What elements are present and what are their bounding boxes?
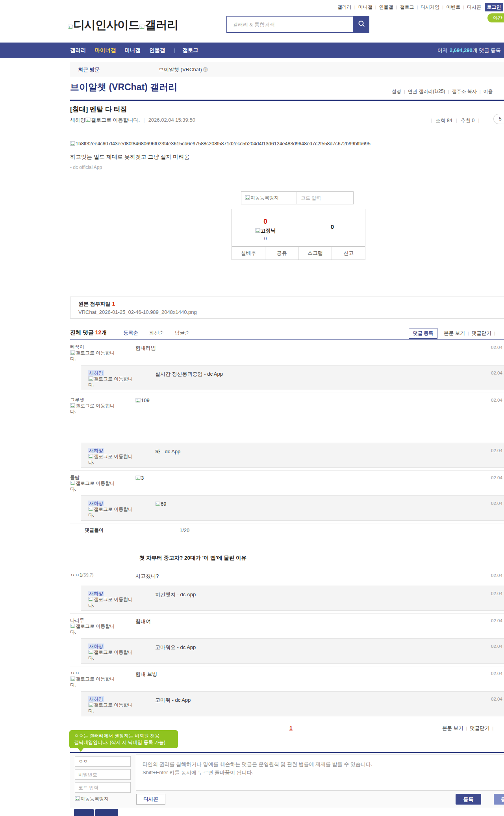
comment-reply-row: 새하양갤로그로 이동합니다.6902.04 1 bbox=[70, 493, 504, 523]
gallog-link[interactable]: 갤로그로 이동합니다. bbox=[70, 480, 117, 492]
gallery-title[interactable]: 브이알챗 (VRChat) 갤러리 bbox=[70, 81, 177, 93]
broken-image-icon bbox=[88, 454, 94, 459]
comment-author[interactable]: 삐꾹이 bbox=[70, 344, 84, 350]
search-input[interactable] bbox=[227, 17, 353, 32]
gallery-header-link[interactable]: 갤주소 복사 bbox=[452, 89, 476, 94]
gnb-item-3[interactable]: 인물갤 bbox=[149, 47, 165, 53]
gallog-link[interactable]: 갤로그로 이동합니다. bbox=[70, 403, 117, 415]
comment-sort-1[interactable]: 최신순 bbox=[149, 330, 164, 336]
comment-textarea[interactable]: 타인의 권리를 침해하거나 명예를 훼손하는 댓글은 운영원칙 및 관련 법률에… bbox=[136, 755, 504, 791]
footer-button-fragment[interactable] bbox=[74, 809, 94, 816]
view-post-link[interactable]: 본문 보기 bbox=[442, 725, 463, 731]
comment-count-bubble[interactable]: 5 bbox=[493, 114, 504, 124]
recent-gallery-link[interactable]: 브이알챗 (VRChat)ⓜ bbox=[159, 62, 208, 77]
comment-list: 삐꾹이갤로그로 이동합니다.힘내라빔02.04새하양갤로그로 이동합니다.실시간… bbox=[70, 340, 504, 719]
comment-page-number[interactable]: 1 bbox=[289, 725, 293, 731]
comment-author[interactable]: 롤탑 bbox=[70, 475, 80, 480]
comment-submit-button[interactable]: 등록 bbox=[456, 794, 481, 805]
gallery-header-link[interactable]: 설정 bbox=[392, 89, 401, 94]
upvote-count[interactable]: 0 bbox=[232, 218, 299, 226]
logo-text-main: 디시인사이드 bbox=[73, 19, 139, 31]
view-post-link[interactable]: 본문 보기 bbox=[444, 330, 465, 336]
login-button[interactable]: 로그인 bbox=[485, 3, 503, 11]
comment-sort-2[interactable]: 답글순 bbox=[175, 330, 190, 336]
fixed-nick-row: 고정닉 bbox=[232, 227, 299, 234]
post-action-button[interactable]: 스크랩 bbox=[298, 247, 332, 260]
gallog-link[interactable]: 갤로그로 이동합니다. bbox=[88, 649, 135, 661]
search-button[interactable] bbox=[354, 16, 369, 33]
logo-text-sub: 갤러리 bbox=[145, 19, 178, 31]
comments-total-suffix: 개 bbox=[101, 329, 107, 336]
gnb-item-0[interactable]: 갤러리 bbox=[70, 47, 86, 53]
comment-author[interactable]: 타리루 bbox=[70, 618, 84, 623]
gallog-link[interactable]: 갤로그로 이동합니다. bbox=[88, 702, 135, 714]
gallog-alt-text[interactable]: 갤로그로 이동합니다. bbox=[91, 117, 140, 123]
ad-headline[interactable]: 첫 차부터 중고차? 20대가 '이 앱'에 물린 이유 bbox=[139, 555, 504, 562]
comment-image-alt-text: 69 bbox=[161, 501, 166, 507]
topnav-link[interactable]: 이벤트 bbox=[446, 4, 460, 10]
site-logo[interactable]: 디시인사이드갤러리 bbox=[68, 17, 178, 33]
gallog-link[interactable]: 갤로그로 이동합니다. bbox=[88, 454, 135, 465]
reply-box: 새하양갤로그로 이동합니다.치긴햇지 - dc App bbox=[81, 586, 504, 611]
night-mode-button[interactable]: 야간 모드 bbox=[487, 13, 504, 22]
comment-author-block: 새하양갤로그로 이동합니다. bbox=[88, 370, 135, 388]
broken-image-icon bbox=[88, 506, 94, 512]
gallog-link[interactable]: 갤로그로 이동합니다. bbox=[88, 376, 135, 388]
reply-box: 새하양갤로그로 이동합니다.실시간 정신붕괴중임 - dc App bbox=[81, 365, 504, 390]
post-action-button[interactable]: 실베추 bbox=[232, 247, 265, 260]
post-action-button[interactable]: 신고 bbox=[332, 247, 365, 260]
gallog-link[interactable]: 갤로그로 이동합니다. bbox=[88, 506, 135, 518]
comment-register-button[interactable]: 댓글 등록 bbox=[409, 328, 437, 339]
recent-visit-label[interactable]: 최근 방문 bbox=[78, 62, 100, 77]
post-author[interactable]: 새하양 bbox=[70, 117, 85, 123]
attachment-filename[interactable]: VRChat_2026-01-25_02-46-10.989_2048x1440… bbox=[78, 309, 197, 315]
comment-author[interactable]: 새하양 bbox=[88, 370, 104, 376]
gallog-link[interactable]: 갤로그로 이동합니다. bbox=[88, 597, 135, 608]
broken-image-icon bbox=[88, 376, 94, 381]
topnav-link[interactable]: 디시콘 bbox=[467, 4, 481, 10]
gnb-item-4[interactable]: 갤로그 bbox=[182, 47, 198, 53]
comments-total-label: 전체 댓글 bbox=[70, 329, 94, 336]
gnb-item-1[interactable]: 마이너갤 bbox=[95, 47, 116, 53]
gallog-link[interactable]: 갤로그로 이동합니다. bbox=[70, 350, 117, 362]
topnav-link[interactable]: 갤러리 bbox=[337, 4, 352, 10]
view-count: 조회 84 bbox=[435, 118, 452, 123]
post-image-broken[interactable]: 1b8ff32ee4c607f43eed80f84680696f023f4e36… bbox=[70, 141, 503, 147]
close-comments-link[interactable]: 댓글닫기 bbox=[470, 725, 489, 731]
comment-author[interactable]: ㅇㅇ1 bbox=[70, 572, 82, 578]
code-input[interactable] bbox=[75, 782, 131, 793]
password-input[interactable] bbox=[75, 769, 131, 780]
footer-button-fragment[interactable] bbox=[95, 809, 118, 816]
comment-text: 힘내여 bbox=[135, 618, 428, 625]
comment-sort-0[interactable]: 등록순 bbox=[123, 330, 138, 336]
comment-row: 그루셋갤로그로 이동합니다.10902.04 bbox=[70, 393, 504, 440]
divider: | bbox=[442, 5, 443, 9]
comment-submit-button-secondary[interactable]: 등록 bbox=[494, 794, 504, 805]
comment-author[interactable]: 새하양 bbox=[88, 591, 104, 596]
post-action-buttons: 실베추공유스크랩신고 bbox=[232, 247, 365, 260]
topnav-link[interactable]: 미니갤 bbox=[358, 4, 372, 10]
gnb-item-2[interactable]: 미니갤 bbox=[125, 47, 141, 53]
gallery-header-link[interactable]: 연관 갤러리(1/25) bbox=[408, 89, 445, 94]
comment-author[interactable]: 새하양 bbox=[88, 644, 104, 649]
topnav-link[interactable]: 디시게임 bbox=[421, 4, 439, 10]
comment-author[interactable]: 댓글돌이 bbox=[85, 527, 104, 533]
comment-author[interactable]: ㅇㅇ bbox=[70, 670, 80, 676]
topnav-link[interactable]: 인물갤 bbox=[379, 4, 393, 10]
close-comments-link[interactable]: 댓글닫기 bbox=[472, 330, 491, 336]
downvote-count[interactable]: 0 bbox=[299, 223, 366, 230]
gallery-header-link[interactable]: 이용 bbox=[484, 89, 493, 94]
captcha-code-input[interactable] bbox=[296, 192, 353, 204]
comment-author[interactable]: 그루셋 bbox=[70, 397, 84, 402]
gallog-link[interactable]: 갤로그로 이동합니다. bbox=[70, 623, 117, 635]
dccon-button[interactable]: 디시콘 bbox=[136, 794, 165, 805]
comment-author[interactable]: 새하양 bbox=[88, 696, 104, 702]
gallog-link[interactable]: 갤로그로 이동합니다. bbox=[70, 676, 117, 688]
comment-author[interactable]: 새하양 bbox=[88, 448, 104, 453]
comment-text-value: 치긴햇지 - dc App bbox=[155, 592, 196, 597]
topnav-link[interactable]: 갤로그 bbox=[400, 4, 414, 10]
comment-author-block: 댓글돌이 bbox=[85, 527, 131, 533]
post-action-button[interactable]: 공유 bbox=[265, 247, 298, 260]
comment-author[interactable]: 새하양 bbox=[88, 501, 104, 506]
nickname-input[interactable] bbox=[75, 756, 131, 767]
